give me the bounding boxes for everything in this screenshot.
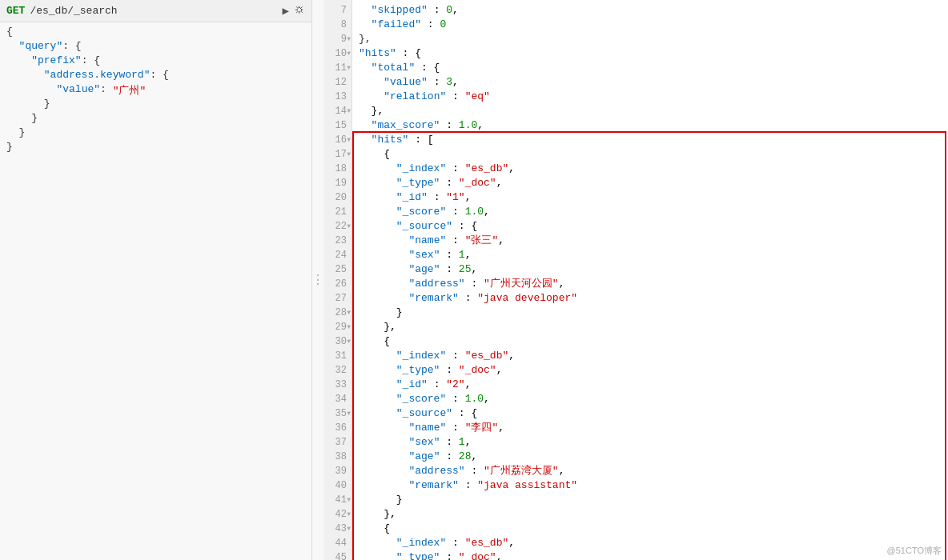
line-number: 23 (323, 234, 351, 248)
right-code-line: "relation" : "eq" (352, 90, 948, 104)
right-panel: 7891011121314151617181920212223242526272… (323, 0, 948, 560)
left-code-line: } (0, 98, 311, 112)
request-bar: GET /es_db/_search ▶ ⛭ (0, 0, 311, 22)
right-code-line: "_source" : { (352, 219, 948, 234)
right-code-line: "_type" : "_doc", (352, 550, 948, 560)
right-code-line: "address" : "广州荔湾大厦", (352, 464, 948, 478)
line-number: 11 (323, 61, 351, 75)
line-number: 8 (323, 18, 351, 32)
right-code-line: } (352, 306, 948, 320)
watermark: @51CTO博客 (887, 545, 942, 557)
right-code-line: "hits" : { (352, 46, 948, 61)
line-number: 22 (323, 219, 351, 234)
line-numbers: 7891011121314151617181920212223242526272… (323, 0, 352, 560)
right-code-line: "remark" : "java developer" (352, 291, 948, 306)
right-code-line: "age" : 28, (352, 450, 948, 464)
right-code-line: }, (352, 320, 948, 334)
line-number: 9 (323, 32, 351, 46)
left-code-line: } (0, 126, 311, 141)
line-number: 41 (323, 493, 351, 507)
right-code-line: "remark" : "java assistant" (352, 478, 948, 493)
line-number: 43 (323, 522, 351, 536)
right-code-line: "sex" : 1, (352, 248, 948, 262)
panel-divider[interactable]: ⋮ (312, 0, 323, 560)
line-number: 40 (323, 478, 351, 493)
right-editor[interactable]: "skipped" : 0, "failed" : 0},"hits" : { … (352, 0, 948, 560)
line-number: 15 (323, 118, 351, 133)
settings-icon[interactable]: ⛭ (294, 4, 305, 18)
right-code-line: "_source" : { (352, 406, 948, 421)
request-url: /es_db/_search (30, 5, 277, 17)
line-number: 14 (323, 104, 351, 118)
line-number: 32 (323, 363, 351, 378)
right-code-line: }, (352, 507, 948, 522)
right-code-line: "_id" : "2", (352, 378, 948, 392)
line-number: 28 (323, 306, 351, 320)
line-number: 45 (323, 550, 351, 560)
right-code-line: "age" : 25, (352, 262, 948, 277)
left-code-line: { (0, 26, 311, 40)
right-code-line: { (352, 147, 948, 162)
left-code-line: } (0, 141, 311, 155)
right-code-line: "_type" : "_doc", (352, 363, 948, 378)
line-number: 36 (323, 421, 351, 435)
right-code-line: "sex" : 1, (352, 435, 948, 450)
right-code-line: "_score" : 1.0, (352, 205, 948, 219)
left-code-line: "value": "广州" (0, 83, 311, 98)
line-number: 26 (323, 277, 351, 291)
line-number: 12 (323, 75, 351, 90)
right-code-line: }, (352, 32, 948, 46)
line-number: 27 (323, 291, 351, 306)
line-number: 42 (323, 507, 351, 522)
line-number: 44 (323, 536, 351, 550)
line-number: 19 (323, 176, 351, 190)
line-number: 33 (323, 378, 351, 392)
right-code-line: { (352, 334, 948, 349)
right-code-line: "name" : "张三", (352, 234, 948, 248)
right-code-line: "_index" : "es_db", (352, 349, 948, 363)
line-number: 38 (323, 450, 351, 464)
run-icon[interactable]: ▶ (283, 4, 289, 18)
left-code-line: } (0, 112, 311, 126)
line-number: 34 (323, 392, 351, 406)
right-code-line: "_id" : "1", (352, 190, 948, 205)
line-number: 20 (323, 190, 351, 205)
line-number: 10 (323, 46, 351, 61)
line-number: 17 (323, 147, 351, 162)
right-code-line: "skipped" : 0, (352, 3, 948, 18)
right-code-line: "_type" : "_doc", (352, 176, 948, 190)
right-code-line: }, (352, 104, 948, 118)
right-code-line: "value" : 3, (352, 75, 948, 90)
line-number: 13 (323, 90, 351, 104)
line-number: 24 (323, 248, 351, 262)
line-number: 35 (323, 406, 351, 421)
right-code-line: "max_score" : 1.0, (352, 118, 948, 133)
line-number: 39 (323, 464, 351, 478)
line-number: 18 (323, 162, 351, 176)
toolbar-icons: ▶ ⛭ (283, 4, 305, 18)
line-number: 25 (323, 262, 351, 277)
line-number: 29 (323, 320, 351, 334)
left-code-line: "address.keyword": { (0, 69, 311, 83)
line-number: 16 (323, 133, 351, 147)
line-number: 37 (323, 435, 351, 450)
line-number: 31 (323, 349, 351, 363)
line-number: 7 (323, 3, 351, 18)
left-code-line: "query": { (0, 40, 311, 54)
right-code-line: "hits" : [ (352, 133, 948, 147)
right-code-line: "address" : "广州天河公园", (352, 277, 948, 291)
line-number: 21 (323, 205, 351, 219)
right-code-line: "_score" : 1.0, (352, 392, 948, 406)
left-code-line: "prefix": { (0, 54, 311, 69)
right-code-line: "failed" : 0 (352, 18, 948, 32)
right-code-line: "_index" : "es_db", (352, 536, 948, 550)
left-panel: GET /es_db/_search ▶ ⛭ { "query": { "pre… (0, 0, 312, 560)
right-code-line: { (352, 522, 948, 536)
right-code-line: "_index" : "es_db", (352, 162, 948, 176)
right-code-line: "name" : "李四", (352, 421, 948, 435)
right-code-line: "total" : { (352, 61, 948, 75)
left-editor[interactable]: { "query": { "prefix": { "address.keywor… (0, 22, 311, 560)
right-code-line: } (352, 493, 948, 507)
http-method: GET (6, 5, 25, 17)
line-number: 30 (323, 334, 351, 349)
